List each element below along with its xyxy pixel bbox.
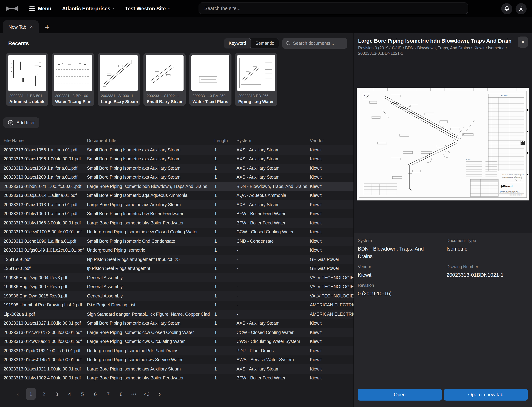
cell-system: AXS - Auxiliary Steam <box>237 157 310 162</box>
column-system[interactable]: System <box>237 138 310 143</box>
table-row[interactable]: 20023313 01ccw1075 2.00.ifc.00.01.pdfLar… <box>0 328 354 337</box>
new-tab-button[interactable]: + <box>44 24 50 31</box>
document-thumbnail <box>191 55 229 91</box>
svg-text:LONG RIDGE ENERGY GENERATION: LONG RIDGE ENERGY GENERATION <box>502 176 521 178</box>
site-switcher[interactable]: Test Weston Site ▾ <box>125 6 170 11</box>
documents-search-input[interactable] <box>282 38 347 49</box>
table-row[interactable]: 20023313 01pdr0162 1.00.ifc.00.01.pdfUnd… <box>0 346 354 355</box>
cell-vendor: Kiewit <box>310 148 354 152</box>
cell-document-title: Underground Piping Isometric ccw Closed … <box>87 230 214 235</box>
add-filter-button[interactable]: Add filter <box>3 117 39 128</box>
app-logo <box>6 6 18 11</box>
table-row[interactable]: 20023313 01axs1099 1.a.ifor.a.01.pdfSmal… <box>0 164 354 173</box>
cell-system: CWS - Circulating Water System <box>237 339 310 344</box>
cell-length: 1 <box>214 330 237 335</box>
table-row[interactable]: 191908 Hannibal Pce Drawing List 2.pdfP&… <box>0 300 354 310</box>
table-row[interactable]: 20023313 01axs1013 1.a.ifor.a.01.pdfLarg… <box>0 200 354 209</box>
table-row[interactable]: 20023313 01bfw1002 4.00.ifc.00.01.pdfLar… <box>0 374 354 383</box>
meta-value-revision: 0 (2019-10-16) <box>358 290 435 297</box>
org-switcher[interactable]: Atlantic Enterprises ▾ <box>62 6 114 11</box>
cell-system: AXS - Auxiliary Steam <box>237 321 310 326</box>
document-id: 2002331...S1022 -1 <box>143 91 186 98</box>
recent-document-card[interactable]: 2002331...S1030 -1 Large B...ry Steam <box>98 53 140 106</box>
tab-label: New Tab <box>8 24 26 29</box>
cell-length: 1 <box>214 220 237 226</box>
table-row[interactable]: 1lpx002ua 1.pdfSign Standard danger, Por… <box>0 310 354 319</box>
recent-document-card[interactable]: 2002331...3-BA-250 Water T...ed Plans <box>189 53 231 106</box>
column-file-name[interactable]: File Name <box>4 138 87 143</box>
tab-close-icon[interactable]: ✕ <box>30 25 33 29</box>
cell-document-title: Small Bore Piping Isometric axs Auxiliar… <box>87 157 214 162</box>
cell-length: 1 <box>214 257 237 262</box>
cell-system: - <box>237 275 310 280</box>
cell-length: 1 <box>214 148 237 152</box>
table-row[interactable]: 135t1569 .pdfHp Piston Seal Rings arrang… <box>0 255 354 264</box>
previous-page-button[interactable]: ‹ <box>13 388 23 400</box>
open-button[interactable]: Open <box>358 389 442 400</box>
recent-document-card[interactable]: 20023313-PD-265 Piping ...ng Water <box>235 53 277 106</box>
page-button-1[interactable]: 1 <box>26 388 36 400</box>
cell-system: - <box>237 294 310 298</box>
table-row[interactable]: 190936 Eng Dwg 0004 Rev3.pdfGeneral Asse… <box>0 273 354 282</box>
cell-vendor: Kiewit <box>310 330 354 335</box>
table-row[interactable]: 20023313 01fgs0149 1.01.c2cr.01.01.pdfUn… <box>0 246 354 255</box>
table-row[interactable]: 20023313 01aqa1014 1.a.iffr.a.01.pdfSmal… <box>0 191 354 200</box>
account-button[interactable] <box>516 3 527 14</box>
cell-length: 1 <box>214 294 237 298</box>
table-row[interactable]: 20023313 01bdn1021 1.00.ifc.00.01.pdfLar… <box>0 182 354 191</box>
document-name: Small B...ry Steam <box>143 98 186 104</box>
table-row[interactable]: 20023313 01axs1056 1.a.ifor.a.01.pdfSmal… <box>0 145 354 155</box>
semantic-toggle[interactable]: Semantic <box>251 38 279 48</box>
page-button-4[interactable]: 4 <box>65 388 74 400</box>
cell-vendor: Kiewit <box>310 239 354 244</box>
close-panel-button[interactable]: ✕ <box>518 37 528 48</box>
recent-document-card[interactable]: 2002331...1-BA-501 Administ... details <box>6 53 48 106</box>
cell-system: BFW - Boiler Feed Water <box>237 211 310 216</box>
recent-document-card[interactable]: 2002331...3-BP-100 Water Tr...ing Plan <box>52 53 94 106</box>
column-length[interactable]: Length <box>214 138 237 143</box>
keyword-toggle[interactable]: Keyword <box>224 38 251 49</box>
cell-length: 1 <box>214 266 237 271</box>
menu-button[interactable]: Menu <box>29 6 51 11</box>
table-row[interactable]: 20023313 01bfw1066 3.00.ifc.00.01.pdfLar… <box>0 218 354 227</box>
table-row[interactable]: 20023313 01axs1096 1.00.ifc.00.01.pdfSma… <box>0 155 354 164</box>
table-row[interactable]: 20023313 01cnd1096 1.a.iffr.a.01.pdfSmal… <box>0 237 354 246</box>
recents-card-list: 2002331...1-BA-501 Administ... details 2… <box>0 53 354 106</box>
table-row[interactable]: 135t1570 .pdfIp Piston Seal Rings arrang… <box>0 264 354 273</box>
table-row[interactable]: 20023313 01ccw0100 5.00.ifc.00.01.pdfUnd… <box>0 227 354 237</box>
notifications-button[interactable] <box>501 3 512 14</box>
document-preview[interactable]: N MATERIAL <box>357 88 529 200</box>
page-button-2[interactable]: 2 <box>39 388 49 400</box>
column-document-title[interactable]: Document Title <box>87 138 214 143</box>
table-row[interactable]: 190936 Eng Dwg 0015 Rev0.pdfGeneral Asse… <box>0 291 354 300</box>
table-row[interactable]: 20023313 01bfw1060 1.a.ifor.a.01.pdfSmal… <box>0 209 354 218</box>
table-row[interactable]: 20023313 01axs1021 1.00.ifc.00.01.pdfLar… <box>0 364 354 374</box>
cell-system: - <box>237 257 310 262</box>
page-button-7[interactable]: 7 <box>103 388 113 400</box>
cell-system: AXS - Auxiliary Steam <box>237 367 310 372</box>
recent-document-card[interactable]: 2002331...S1022 -1 Small B...ry Steam <box>143 53 186 106</box>
page-button-8[interactable]: 8 <box>116 388 126 400</box>
site-search-input[interactable] <box>199 2 468 14</box>
svg-text:MATERIAL: MATERIAL <box>501 95 508 97</box>
svg-text:BDN - BLOWDOWN, TRAPS AND DRAI: BDN - BLOWDOWN, TRAPS AND DRAINS <box>500 192 521 194</box>
tab-new-tab[interactable]: New Tab ✕ <box>3 20 39 33</box>
cell-system: - <box>237 248 310 253</box>
page-button-6[interactable]: 6 <box>91 388 100 400</box>
page-button-5[interactable]: 5 <box>78 388 87 400</box>
table-row[interactable]: 20023313 01axs1203 1.a.ifor.a.01.pdfSmal… <box>0 173 354 182</box>
page-button-43[interactable]: 43 <box>142 388 152 400</box>
cell-file-name: 20023313 01ccw0100 5.00.ifc.00.01.pdf <box>4 230 87 235</box>
table-row[interactable]: 190936 Eng Dwg 0007 Rev5.pdfGeneral Asse… <box>0 282 354 291</box>
svg-text:LARGE BORE PIPING ISOMETRIC: LARGE BORE PIPING ISOMETRIC <box>500 191 518 192</box>
table-row[interactable]: 20023313 01cws1092 1.00.ifc.00.01.pdfLar… <box>0 337 354 346</box>
table-row[interactable]: 20023313 01sws0145 1.00.ifc.00.01.pdfUnd… <box>0 355 354 364</box>
page-button-3[interactable]: 3 <box>52 388 62 400</box>
table-row[interactable]: 20023313 01axs1027 1.00.ifc.00.01.pdfSma… <box>0 319 354 328</box>
document-id: 2002331...3-BA-250 <box>189 91 231 98</box>
next-page-button[interactable]: › <box>155 388 165 400</box>
cell-document-title: Small Bore Piping Isometric aqa Aqueous … <box>87 193 214 198</box>
open-new-tab-button[interactable]: Open in new tab <box>444 389 528 400</box>
documents-pane: Recents Keyword Semantic <box>0 33 354 407</box>
column-vendor[interactable]: Vendor <box>310 138 354 143</box>
